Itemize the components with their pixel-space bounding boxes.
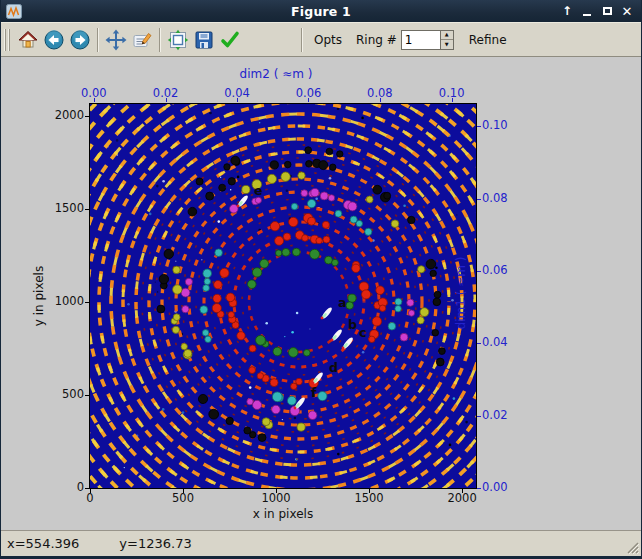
top-tick-mark (308, 98, 309, 102)
window-title: Figure 1 (1, 4, 641, 19)
save-icon (193, 29, 215, 51)
right-tick-mark (477, 271, 481, 272)
y-tick-label: 500 (48, 387, 84, 401)
x-tick-label: 2000 (442, 491, 482, 505)
right-tick-label: 0.08 (482, 191, 522, 205)
x-tick-mark (462, 489, 463, 493)
top-axis-label: dim2 ( ≈m ) (90, 67, 462, 81)
home-button[interactable] (15, 26, 41, 54)
x-tick-mark (276, 489, 277, 493)
forward-icon (69, 29, 91, 51)
svg-text:f: f (311, 385, 317, 400)
configure-subplots-icon (167, 29, 189, 51)
y-tick-label: 1000 (48, 294, 84, 308)
pan-icon (105, 29, 127, 51)
right-tick-mark (477, 343, 481, 344)
svg-text:d: d (329, 360, 338, 375)
home-icon (17, 29, 39, 51)
rollup-button[interactable]: ↑ (560, 4, 574, 18)
x-axis-label: x in pixels (90, 507, 476, 521)
top-tick-mark (166, 98, 167, 102)
check-icon (219, 29, 241, 51)
minimize-icon (583, 14, 591, 16)
toolbar-separator (159, 28, 161, 52)
resize-grip-icon[interactable] (625, 540, 639, 554)
svg-text:a: a (338, 295, 346, 310)
figure-window: Figure 1 ↑ ✕ (0, 0, 642, 559)
right-tick-mark (477, 126, 481, 127)
x-tick-mark (369, 489, 370, 493)
y-tick-mark (85, 395, 89, 396)
ring-number-spinbox: ▲ ▼ (401, 30, 454, 50)
toolbar-separator (301, 28, 303, 52)
edit-icon (131, 29, 153, 51)
diffraction-plot[interactable]: abcdef (89, 103, 477, 489)
svg-text:c: c (359, 325, 366, 340)
toolbar-grip[interactable] (4, 29, 11, 51)
right-tick-label: 0.10 (482, 118, 522, 132)
cursor-y-readout: y=1236.73 (119, 536, 191, 551)
svg-text:b: b (348, 317, 357, 332)
y-tick-label: 2000 (48, 108, 84, 122)
right-tick-mark (477, 199, 481, 200)
y-axis-label: y in pixels (32, 251, 46, 341)
pan-button[interactable] (103, 26, 129, 54)
spin-down-button[interactable]: ▼ (441, 40, 453, 49)
top-tick-mark (380, 98, 381, 102)
right-tick-label: 0.00 (482, 480, 522, 494)
maximize-button[interactable] (600, 4, 614, 18)
right-tick-mark (477, 416, 481, 417)
configure-subplots-button[interactable] (165, 26, 191, 54)
diffraction-image: abcdef (90, 104, 476, 488)
right-tick-label: 0.02 (482, 408, 522, 422)
x-tick-mark (90, 489, 91, 493)
x-tick-label: 1000 (256, 491, 296, 505)
y-tick-mark (85, 209, 89, 210)
y-tick-label: 1500 (48, 201, 84, 215)
cursor-x-readout: x=554.396 (7, 536, 79, 551)
figure-canvas[interactable]: abcdef y in pixels x in pixels dim2 ( ≈m… (1, 57, 641, 530)
back-button[interactable] (41, 26, 67, 54)
y-tick-mark (85, 488, 89, 489)
top-tick-mark (452, 98, 453, 102)
close-button[interactable]: ✕ (620, 4, 634, 18)
save-button[interactable] (191, 26, 217, 54)
x-tick-label: 1500 (349, 491, 389, 505)
right-tick-label: 0.04 (482, 335, 522, 349)
toolbar-separator (97, 28, 99, 52)
ring-number-label: Ring # (349, 33, 399, 47)
titlebar[interactable]: Figure 1 ↑ ✕ (1, 0, 641, 22)
opts-button[interactable]: Opts (307, 33, 349, 47)
maximize-icon (603, 7, 612, 15)
toolbar: Opts Ring # ▲ ▼ Refine (1, 22, 641, 57)
forward-button[interactable] (67, 26, 93, 54)
refine-button[interactable]: Refine (462, 33, 514, 47)
right-axis-label: dim1 ( ≈m ) (454, 248, 468, 338)
minimize-button[interactable] (580, 4, 594, 18)
apply-check-button[interactable] (217, 26, 243, 54)
statusbar: x=554.396 y=1236.73 (1, 530, 641, 556)
svg-text:e: e (254, 183, 262, 198)
top-tick-mark (94, 98, 95, 102)
x-tick-mark (183, 489, 184, 493)
y-tick-label: 0 (48, 480, 84, 494)
ring-number-input[interactable] (402, 31, 440, 49)
spin-up-button[interactable]: ▲ (441, 31, 453, 41)
y-tick-mark (85, 116, 89, 117)
x-tick-label: 500 (163, 491, 203, 505)
right-tick-mark (477, 488, 481, 489)
edit-button[interactable] (129, 26, 155, 54)
top-tick-mark (237, 98, 238, 102)
y-tick-mark (85, 302, 89, 303)
back-icon (43, 29, 65, 51)
right-tick-label: 0.06 (482, 263, 522, 277)
